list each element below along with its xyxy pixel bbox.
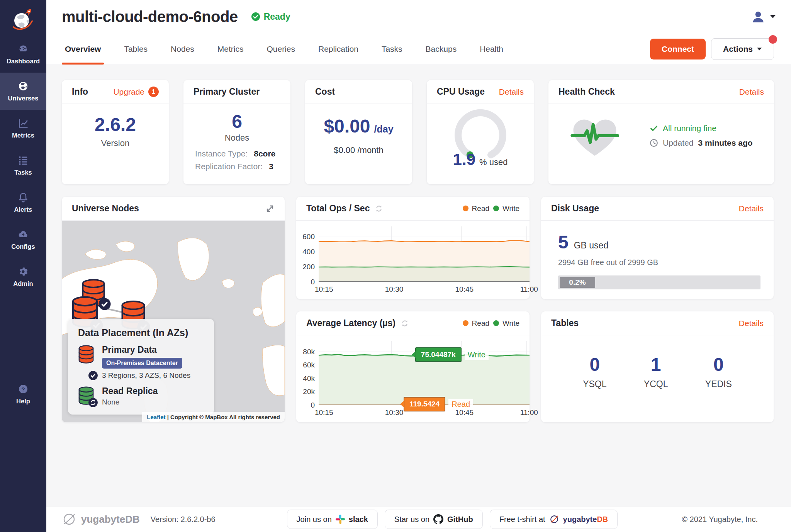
universe-nodes-title: Universe Nodes (72, 203, 139, 214)
sidebar-item-label: Alerts (14, 206, 32, 213)
instance-type-row: Instance Type: 8core (195, 149, 279, 158)
sidebar-item-tasks[interactable]: Tasks (0, 147, 46, 184)
tab-tables[interactable]: Tables (121, 34, 151, 65)
tab-replication[interactable]: Replication (315, 34, 362, 65)
footer-buttons: Join us on slack Star us on GitHub Free … (287, 510, 618, 529)
ops-chart: 0200400600 10:1510:3010:4511:00 (296, 221, 530, 299)
primary-data-row: Primary Data On-Premises Datacenter 3 Re… (78, 345, 204, 380)
disk-usage-card: Disk Usage Details 5 GB used 2994 GB fre… (541, 197, 774, 299)
actions-button[interactable]: Actions (711, 38, 774, 60)
check-icon (650, 124, 658, 133)
avg-latency-card: Average Latency (µs) Read Write 020k40k6… (296, 311, 530, 422)
tables-details-link[interactable]: Details (739, 319, 764, 328)
sidebar-item-admin[interactable]: Admin (0, 258, 46, 295)
primary-db-icon (78, 345, 95, 380)
write-legend-dot (493, 320, 499, 326)
tab-tasks[interactable]: Tasks (379, 34, 406, 65)
tab-metrics[interactable]: Metrics (214, 34, 247, 65)
leaflet-link[interactable]: Leaflet (147, 414, 165, 420)
health-details-link[interactable]: Details (739, 87, 764, 97)
yugabyte-logo[interactable] (0, 0, 46, 36)
sidebar-item-label: Universes (8, 95, 39, 102)
tab-queries[interactable]: Queries (263, 34, 298, 65)
write-legend-label: Write (502, 319, 519, 328)
tab-health[interactable]: Health (477, 34, 506, 65)
brand-db-text: DB (125, 513, 140, 525)
notification-dot (769, 35, 777, 44)
tab-nodes[interactable]: Nodes (168, 34, 197, 65)
tables-title: Tables (551, 318, 579, 328)
info-card: Info Upgrade 1 2.6.2 Version (62, 80, 169, 184)
footer-version: Version: 2.6.2.0-b6 (151, 515, 216, 524)
bell-icon (17, 192, 29, 203)
version-label: Version (62, 138, 169, 148)
sidebar-item-configs[interactable]: Configs (0, 221, 46, 258)
tab-overview[interactable]: Overview (62, 34, 104, 65)
write-latency-value: 75.04487k (415, 347, 462, 362)
gauge-icon (17, 43, 29, 55)
world-map[interactable]: Data Placement (In AZs) Primary Data On-… (62, 221, 285, 422)
sidebar-item-metrics[interactable]: Metrics (0, 110, 46, 147)
primary-data-label: Primary Data (102, 345, 190, 355)
instance-type-value: 8core (254, 149, 275, 158)
tab-backups[interactable]: Backups (423, 34, 460, 65)
data-placement-title: Data Placement (In AZs) (78, 327, 204, 338)
read-latency-flag: 119.5424 Read (404, 397, 473, 411)
upgrade-count-badge: 1 (148, 87, 159, 97)
latency-chart: 020k40k60k80k 75.04487k Write 119.5424 R… (296, 336, 530, 422)
sidebar-item-dashboard[interactable]: Dashboard (0, 36, 46, 73)
cost-per-month: $0.00 /month (305, 145, 412, 155)
yedis-label: YEDIS (705, 379, 732, 389)
tshirt-prefix: Free t-shirt at (499, 515, 545, 524)
disk-usage-bar: 0.2% (558, 275, 760, 289)
read-replica-label: Read Replica (102, 386, 158, 396)
read-replica-row: Read Replica None (78, 386, 204, 407)
chart-legend: Read Write (463, 319, 519, 328)
health-check-card: Health Check Details All running fine (548, 80, 774, 184)
cpu-usage-title: CPU Usage (437, 87, 485, 97)
y-axis: 020k40k60k80k (296, 341, 318, 405)
cost-day-suffix: /day (374, 124, 394, 135)
expand-icon[interactable] (265, 204, 275, 213)
ysql-count: 0 (583, 354, 606, 375)
ycql-label: YCQL (644, 379, 668, 389)
instance-type-label: Instance Type: (195, 149, 248, 158)
check-circle-icon (251, 12, 260, 21)
write-legend-label: Write (502, 204, 519, 213)
health-status-text: All running fine (663, 124, 716, 133)
sidebar-item-help[interactable]: ? Help (0, 381, 46, 408)
refresh-icon[interactable] (400, 319, 409, 328)
refresh-icon[interactable] (374, 204, 384, 213)
ycql-stat: 1 YCQL (644, 354, 668, 389)
sidebar-item-universes[interactable]: Universes (0, 73, 46, 110)
upgrade-link[interactable]: Upgrade (113, 87, 144, 97)
slack-button[interactable]: Join us on slack (287, 510, 378, 529)
sidebar-item-label: Metrics (12, 132, 34, 139)
connect-button[interactable]: Connect (650, 39, 706, 59)
read-legend-dot (463, 320, 468, 326)
footer: yugabyteDB Version: 2.6.2.0-b6 Join us o… (46, 506, 791, 532)
actions-label: Actions (723, 44, 753, 54)
check-badge-icon (98, 297, 111, 311)
health-status-row: All running fine (650, 124, 753, 133)
list-icon (17, 155, 29, 166)
y-axis: 0200400600 (296, 226, 318, 282)
globe-rocket-logo-icon (11, 7, 36, 32)
read-legend-label: Read (472, 204, 489, 213)
sidebar-item-alerts[interactable]: Alerts (0, 184, 46, 221)
info-card-title: Info (72, 87, 88, 97)
primary-cluster-title: Primary Cluster (194, 87, 260, 97)
github-button[interactable]: Star us on GitHub (385, 510, 483, 529)
write-latency-flag: 75.04487k Write (415, 347, 489, 362)
primary-cluster-card: Primary Cluster 6 Nodes Instance Type: 8… (183, 80, 290, 184)
sidebar-item-label: Tasks (14, 169, 32, 176)
sidebar-item-label: Help (16, 398, 30, 405)
disk-details-link[interactable]: Details (739, 204, 764, 213)
github-icon (433, 514, 443, 524)
cpu-details-link[interactable]: Details (499, 87, 524, 97)
user-avatar-icon (751, 10, 765, 23)
sidebar-help-wrap: ? Help (0, 381, 46, 408)
user-menu[interactable] (738, 0, 791, 33)
chevron-down-icon (770, 15, 776, 18)
tshirt-button[interactable]: Free t-shirt at yugabyteDB (490, 510, 618, 529)
